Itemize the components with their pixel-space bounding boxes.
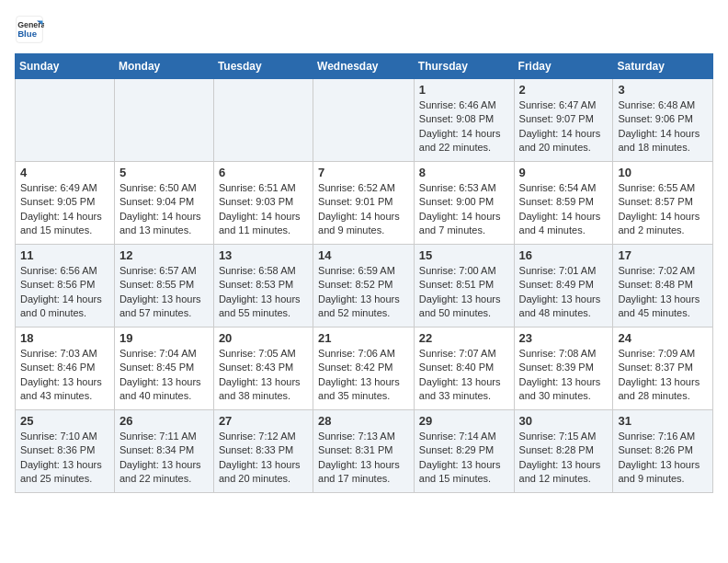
day-info: Sunrise: 7:05 AM Sunset: 8:43 PM Dayligh… (219, 347, 308, 404)
calendar-cell: 9Sunrise: 6:54 AM Sunset: 8:59 PM Daylig… (514, 162, 613, 245)
day-number: 13 (219, 248, 308, 262)
day-info: Sunrise: 7:12 AM Sunset: 8:33 PM Dayligh… (219, 430, 308, 487)
calendar-cell: 5Sunrise: 6:50 AM Sunset: 9:04 PM Daylig… (114, 162, 213, 245)
calendar-cell: 17Sunrise: 7:02 AM Sunset: 8:48 PM Dayli… (613, 245, 713, 327)
day-number: 22 (419, 331, 509, 345)
day-info: Sunrise: 7:06 AM Sunset: 8:42 PM Dayligh… (318, 347, 409, 404)
calendar-table: SundayMondayTuesdayWednesdayThursdayFrid… (15, 53, 713, 493)
svg-text:Blue: Blue (17, 29, 37, 39)
day-number: 3 (618, 83, 708, 97)
header-day-thursday: Thursday (414, 54, 514, 79)
day-number: 24 (618, 331, 708, 345)
calendar-cell: 19Sunrise: 7:04 AM Sunset: 8:45 PM Dayli… (114, 327, 213, 410)
day-info: Sunrise: 7:16 AM Sunset: 8:26 PM Dayligh… (618, 430, 708, 487)
day-info: Sunrise: 6:57 AM Sunset: 8:55 PM Dayligh… (119, 264, 209, 321)
calendar-cell: 24Sunrise: 7:09 AM Sunset: 8:37 PM Dayli… (613, 327, 713, 410)
calendar-cell: 20Sunrise: 7:05 AM Sunset: 8:43 PM Dayli… (213, 327, 313, 410)
day-number: 19 (119, 331, 209, 345)
page-header: General Blue (15, 15, 713, 44)
day-number: 6 (219, 166, 308, 179)
calendar-cell: 4Sunrise: 6:49 AM Sunset: 9:05 PM Daylig… (16, 162, 115, 245)
calendar-cell: 28Sunrise: 7:13 AM Sunset: 8:31 PM Dayli… (313, 410, 415, 493)
calendar-cell: 18Sunrise: 7:03 AM Sunset: 8:46 PM Dayli… (16, 327, 115, 410)
day-info: Sunrise: 7:15 AM Sunset: 8:28 PM Dayligh… (519, 430, 609, 487)
calendar-cell: 26Sunrise: 7:11 AM Sunset: 8:34 PM Dayli… (114, 410, 213, 493)
day-info: Sunrise: 6:49 AM Sunset: 9:05 PM Dayligh… (20, 181, 109, 238)
day-number: 10 (618, 166, 708, 179)
day-info: Sunrise: 6:55 AM Sunset: 8:57 PM Dayligh… (618, 181, 708, 238)
week-row-5: 25Sunrise: 7:10 AM Sunset: 8:36 PM Dayli… (16, 410, 713, 493)
day-number: 23 (519, 331, 609, 345)
calendar-body: 1Sunrise: 6:46 AM Sunset: 9:08 PM Daylig… (16, 79, 713, 493)
day-number: 29 (419, 414, 509, 428)
day-info: Sunrise: 7:08 AM Sunset: 8:39 PM Dayligh… (519, 347, 609, 404)
day-info: Sunrise: 7:02 AM Sunset: 8:48 PM Dayligh… (618, 264, 708, 321)
calendar-cell: 22Sunrise: 7:07 AM Sunset: 8:40 PM Dayli… (414, 327, 514, 410)
day-info: Sunrise: 7:00 AM Sunset: 8:51 PM Dayligh… (419, 264, 509, 321)
calendar-cell: 10Sunrise: 6:55 AM Sunset: 8:57 PM Dayli… (613, 162, 713, 245)
header-day-saturday: Saturday (613, 54, 713, 79)
week-row-4: 18Sunrise: 7:03 AM Sunset: 8:46 PM Dayli… (16, 327, 713, 410)
day-info: Sunrise: 7:11 AM Sunset: 8:34 PM Dayligh… (119, 430, 209, 487)
day-number: 1 (419, 83, 509, 97)
calendar-cell: 7Sunrise: 6:52 AM Sunset: 9:01 PM Daylig… (313, 162, 415, 245)
calendar-cell: 30Sunrise: 7:15 AM Sunset: 8:28 PM Dayli… (514, 410, 613, 493)
day-info: Sunrise: 7:07 AM Sunset: 8:40 PM Dayligh… (419, 347, 509, 404)
calendar-cell: 6Sunrise: 6:51 AM Sunset: 9:03 PM Daylig… (213, 162, 313, 245)
header-day-wednesday: Wednesday (313, 54, 415, 79)
day-number: 31 (618, 414, 708, 428)
day-number: 9 (519, 166, 609, 179)
day-info: Sunrise: 6:48 AM Sunset: 9:06 PM Dayligh… (618, 98, 708, 155)
header-day-sunday: Sunday (16, 54, 115, 79)
day-number: 28 (318, 414, 409, 428)
day-number: 5 (119, 166, 209, 179)
day-info: Sunrise: 6:47 AM Sunset: 9:07 PM Dayligh… (519, 98, 609, 155)
day-info: Sunrise: 6:51 AM Sunset: 9:03 PM Dayligh… (219, 181, 308, 238)
day-info: Sunrise: 7:09 AM Sunset: 8:37 PM Dayligh… (618, 347, 708, 404)
week-row-3: 11Sunrise: 6:56 AM Sunset: 8:56 PM Dayli… (16, 245, 713, 327)
day-info: Sunrise: 7:04 AM Sunset: 8:45 PM Dayligh… (119, 347, 209, 404)
header-day-monday: Monday (114, 54, 213, 79)
day-number: 30 (519, 414, 609, 428)
calendar-cell: 27Sunrise: 7:12 AM Sunset: 8:33 PM Dayli… (213, 410, 313, 493)
day-number: 12 (119, 248, 209, 262)
calendar-cell: 14Sunrise: 6:59 AM Sunset: 8:52 PM Dayli… (313, 245, 415, 327)
logo: General Blue (15, 15, 48, 44)
calendar-cell: 13Sunrise: 6:58 AM Sunset: 8:53 PM Dayli… (213, 245, 313, 327)
calendar-header: SundayMondayTuesdayWednesdayThursdayFrid… (16, 54, 713, 79)
week-row-2: 4Sunrise: 6:49 AM Sunset: 9:05 PM Daylig… (16, 162, 713, 245)
day-info: Sunrise: 6:54 AM Sunset: 8:59 PM Dayligh… (519, 181, 609, 238)
header-day-tuesday: Tuesday (213, 54, 313, 79)
day-info: Sunrise: 7:10 AM Sunset: 8:36 PM Dayligh… (20, 430, 109, 487)
calendar-cell (16, 79, 115, 162)
header-day-friday: Friday (514, 54, 613, 79)
day-number: 7 (318, 166, 409, 179)
day-info: Sunrise: 6:50 AM Sunset: 9:04 PM Dayligh… (119, 181, 209, 238)
calendar-cell: 16Sunrise: 7:01 AM Sunset: 8:49 PM Dayli… (514, 245, 613, 327)
calendar-cell (114, 79, 213, 162)
calendar-cell: 12Sunrise: 6:57 AM Sunset: 8:55 PM Dayli… (114, 245, 213, 327)
calendar-cell: 11Sunrise: 6:56 AM Sunset: 8:56 PM Dayli… (16, 245, 115, 327)
day-number: 16 (519, 248, 609, 262)
day-number: 20 (219, 331, 308, 345)
day-number: 14 (318, 248, 409, 262)
day-info: Sunrise: 7:13 AM Sunset: 8:31 PM Dayligh… (318, 430, 409, 487)
day-number: 27 (219, 414, 308, 428)
calendar-cell: 1Sunrise: 6:46 AM Sunset: 9:08 PM Daylig… (414, 79, 514, 162)
logo-icon: General Blue (15, 15, 44, 44)
day-info: Sunrise: 7:01 AM Sunset: 8:49 PM Dayligh… (519, 264, 609, 321)
calendar-cell: 15Sunrise: 7:00 AM Sunset: 8:51 PM Dayli… (414, 245, 514, 327)
week-row-1: 1Sunrise: 6:46 AM Sunset: 9:08 PM Daylig… (16, 79, 713, 162)
day-number: 25 (20, 414, 109, 428)
day-info: Sunrise: 7:14 AM Sunset: 8:29 PM Dayligh… (419, 430, 509, 487)
header-row: SundayMondayTuesdayWednesdayThursdayFrid… (16, 54, 713, 79)
day-info: Sunrise: 6:56 AM Sunset: 8:56 PM Dayligh… (20, 264, 109, 321)
calendar-cell: 8Sunrise: 6:53 AM Sunset: 9:00 PM Daylig… (414, 162, 514, 245)
calendar-cell: 29Sunrise: 7:14 AM Sunset: 8:29 PM Dayli… (414, 410, 514, 493)
calendar-cell (313, 79, 415, 162)
day-number: 2 (519, 83, 609, 97)
calendar-cell: 23Sunrise: 7:08 AM Sunset: 8:39 PM Dayli… (514, 327, 613, 410)
day-info: Sunrise: 6:52 AM Sunset: 9:01 PM Dayligh… (318, 181, 409, 238)
calendar-cell (213, 79, 313, 162)
day-number: 17 (618, 248, 708, 262)
